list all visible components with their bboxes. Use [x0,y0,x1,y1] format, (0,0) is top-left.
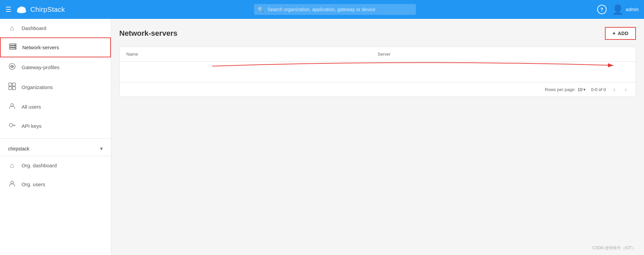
svg-rect-14 [9,87,12,90]
user-name-label: admin [626,7,639,12]
api-keys-icon [8,122,16,130]
all-users-icon [8,103,16,111]
svg-rect-12 [9,83,12,86]
table-header: Name Server [120,47,636,62]
help-button[interactable]: ? [597,5,607,14]
main-layout: ⌂ Dashboard Network-servers [0,19,644,255]
svg-point-21 [11,181,13,184]
page-header: Network-servers + ADD [119,27,636,40]
svg-point-9 [15,48,16,49]
menu-toggle-icon[interactable]: ☰ [5,5,11,13]
pagination-next-button[interactable]: › [623,86,629,93]
sidebar-item-org-users[interactable]: Org. users [0,175,111,194]
sidebar-divider [0,138,111,139]
network-servers-table: Name Server Rows per page: 10 25 50 ▾ [119,47,636,97]
org-selector-name: chirpstack [8,146,29,151]
svg-point-16 [11,104,13,106]
header-left: ☰ ChirpStack [5,5,73,14]
org-home-icon: ⌂ [8,162,16,169]
add-button-label: ADD [618,31,628,36]
sidebar-label-organizations: Organizations [22,84,53,90]
sidebar-item-network-servers[interactable]: Network-servers [0,37,111,57]
logo-area: ChirpStack [16,5,65,14]
app-header: ☰ ChirpStack 🔍 ? 👤 admin [0,0,644,19]
org-selector[interactable]: chirpstack ▾ [0,141,111,156]
rows-per-page-selector-wrapper: 10 25 50 ▾ [578,87,586,92]
gateway-profiles-icon [8,63,16,72]
column-server: Server [378,52,629,57]
rows-per-page-control: Rows per page: 10 25 50 ▾ [545,87,586,92]
sidebar-label-gateway-profiles: Gateway-profiles [22,64,60,70]
search-area: 🔍 [78,4,592,15]
sidebar: ⌂ Dashboard Network-servers [0,19,111,255]
svg-point-3 [19,6,25,11]
header-right: ? 👤 admin [597,4,639,15]
user-menu[interactable]: 👤 admin [612,4,639,15]
org-users-icon [8,180,16,189]
network-servers-icon [9,44,17,51]
sidebar-label-org-dashboard: Org. dashboard [22,163,57,168]
svg-point-8 [15,46,16,47]
svg-point-17 [9,123,13,127]
svg-rect-13 [12,83,16,86]
sidebar-label-network-servers: Network-servers [22,45,59,50]
chevron-down-icon: ▾ [100,145,103,152]
search-wrapper: 🔍 [254,4,416,15]
sidebar-item-dashboard[interactable]: ⌂ Dashboard [0,19,111,37]
sidebar-label-api-keys: API keys [22,123,41,129]
watermark: CSDN @张铁牛（IOT） [592,245,636,251]
search-input[interactable] [254,4,416,15]
svg-rect-15 [12,87,16,90]
home-icon: ⌂ [8,24,16,32]
pagination-prev-button[interactable]: ‹ [611,86,617,93]
page-title: Network-servers [119,29,177,38]
column-name: Name [126,52,378,57]
user-avatar-icon: 👤 [612,4,624,15]
svg-point-11 [11,66,13,67]
sidebar-item-api-keys[interactable]: API keys [0,116,111,136]
sidebar-label-dashboard: Dashboard [22,25,46,31]
sidebar-label-org-users: Org. users [22,181,45,187]
sidebar-item-organizations[interactable]: Organizations [0,77,111,97]
svg-point-7 [15,44,16,45]
rows-per-page-select[interactable]: 10 25 50 [578,87,583,92]
sidebar-item-gateway-profiles[interactable]: Gateway-profiles [0,57,111,77]
pagination-info: 0-0 of 0 [591,87,606,92]
sidebar-label-all-users: All users [22,104,41,110]
plus-icon: + [612,30,616,36]
rows-per-page-label: Rows per page: [545,87,576,92]
sidebar-item-all-users[interactable]: All users [0,97,111,116]
organizations-icon [8,83,16,92]
sidebar-item-org-dashboard[interactable]: ⌂ Org. dashboard [0,156,111,175]
add-button[interactable]: + ADD [605,27,636,40]
table-footer: Rows per page: 10 25 50 ▾ 0-0 of 0 ‹ › [120,82,636,96]
main-content: Network-servers + ADD Name Server Rows p… [111,19,644,255]
app-title: ChirpStack [30,6,65,13]
rows-select-chevron-icon: ▾ [583,87,586,92]
chirpstack-logo-icon [16,5,28,14]
table-body [120,62,636,82]
